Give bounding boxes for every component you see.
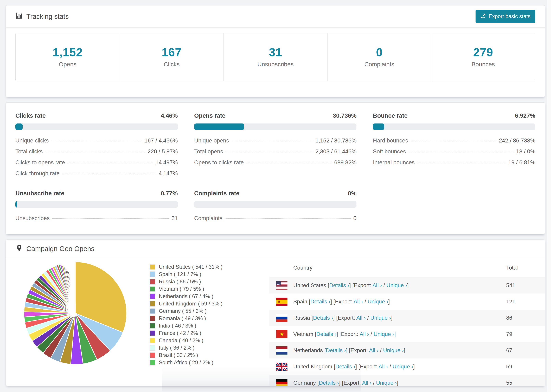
details-link[interactable]: Details › [326,347,346,353]
details-link[interactable]: Details › [313,315,333,321]
legend-label: Vietnam ( 79 / 5% ) [159,286,204,292]
export-all-link[interactable]: All › [362,380,372,386]
stat-row-value: 14.497% [155,159,178,166]
bracket: ] [Export: [349,282,372,288]
opens-rate-progressbar [194,124,357,130]
dotted-leader [408,152,514,152]
tracking-stats-card: Tracking stats Export basic stats 1,152 … [6,5,545,97]
geo-table-header: Country Total [269,258,545,277]
column-header-country: Country [293,265,506,271]
details-link[interactable]: Details › [329,282,349,288]
stat-row: Opens to clicks rate689.82% [194,157,357,168]
export-unique-link[interactable]: Unique › [367,298,388,305]
geo-total-cell: 121 [506,298,545,305]
scrollbar-track[interactable] [547,0,551,392]
legend-item: United Kingdom ( 59 / 3% ) [149,300,269,307]
geo-table-row: Spain [Details ›] [Export: All › / Uniqu… [269,294,545,310]
rates-card: Clicks rate 4.46% Unique clicks167 / 4.4… [6,102,545,234]
geo-table-row: Vietnam [Details ›] [Export: All › / Uni… [269,326,545,342]
legend-item: Romania ( 49 / 3% ) [149,315,269,322]
geo-total-cell: 67 [506,347,545,354]
stat-complaints: 0 Complaints [327,33,431,81]
bounce-rate-block: Bounce rate 6.927% Hard bounces242 / 86.… [373,112,535,179]
geo-pie-chart [6,258,149,386]
export-all-link[interactable]: All › [356,315,366,321]
dashboard-page: Tracking stats Export basic stats 1,152 … [0,0,551,386]
export-all-link[interactable]: All › [360,331,369,337]
ru-flag-icon [276,314,288,322]
rates-grid: Clicks rate 4.46% Unique clicks167 / 4.4… [6,103,545,234]
us-flag-icon [276,281,288,290]
stat-row: Unique opens1,152 / 30.736% [194,135,357,146]
legend-swatch [149,308,155,314]
legend-item: Vietnam ( 79 / 5% ) [149,285,269,293]
legend-item: Russia ( 86 / 5% ) [149,278,269,285]
bracket: [ [312,315,313,321]
dotted-leader [225,152,313,152]
legend-item: France ( 42 / 2% ) [149,329,269,337]
bracket: [ [309,298,311,305]
stat-row-label: Unique clicks [15,137,49,144]
stat-row-label: Unsubscribes [15,215,50,222]
complaints-rate-block: Complaints rate 0% Complaints0 [194,190,357,224]
bracket: ] [413,364,415,370]
stat-row-label: Total clicks [15,148,43,155]
export-unique-link[interactable]: Unique › [383,347,404,353]
export-unique-link[interactable]: Unique › [393,364,413,370]
nl-flag-icon [276,346,288,355]
export-all-link[interactable]: All › [372,282,382,288]
es-flag-icon [276,298,288,306]
stat-row-value: 19 / 6.81% [508,159,535,166]
stat-row-label: Clicks to opens rate [15,159,65,166]
export-unique-link[interactable]: Unique › [374,331,394,337]
export-all-link[interactable]: All › [369,347,379,353]
legend-swatch [149,323,155,329]
opens-rate-block: Opens rate 30.736% Unique opens1,152 / 3… [194,112,357,179]
clicks-rate-block: Clicks rate 4.46% Unique clicks167 / 4.4… [15,112,178,179]
bracket: / [363,298,367,305]
legend-swatch [149,352,155,358]
export-all-link[interactable]: All › [379,364,388,370]
bracket: ] [Export: [330,298,353,305]
legend-label: Italy ( 36 / 2% ) [159,345,194,351]
legend-swatch [149,301,155,307]
details-link[interactable]: Details › [316,331,336,337]
details-link[interactable]: Details › [319,380,339,386]
details-link[interactable]: Details › [335,364,355,370]
stat-unsubscribes: 31 Unsubscribes [224,33,327,81]
legend-label: France ( 42 / 2% ) [159,330,201,336]
stat-opens: 1,152 Opens [16,33,120,81]
dotted-leader [45,152,145,152]
legend-label: United Kingdom ( 59 / 3% ) [159,301,222,307]
bracket: ] [Export: [339,380,362,386]
export-unique-link[interactable]: Unique › [370,315,391,321]
bracket: ] [Export: [346,347,369,353]
tracking-stats-header: Tracking stats Export basic stats [6,6,545,28]
export-basic-stats-button[interactable]: Export basic stats [475,10,535,23]
stat-row-value: 242 / 86.738% [499,137,535,144]
stat-row-value: 167 / 4.456% [144,137,178,144]
geo-table-row: United States [Details ›] [Export: All ›… [269,277,545,294]
bracket: ] [391,315,393,321]
country-name: Russia [293,315,312,321]
dotted-leader [225,218,351,219]
geo-country-cell: Vietnam [Details ›] [Export: All › / Uni… [293,331,506,337]
details-link[interactable]: Details › [311,298,330,305]
bracket: ] [397,380,398,386]
stat-bounces: 279 Bounces [431,33,535,81]
stat-row-value: 220 / 5.87% [148,148,178,155]
dotted-leader [246,163,332,163]
bar-chart-icon [15,12,23,21]
country-name: Germany [293,380,317,386]
export-unique-link[interactable]: Unique › [376,380,397,386]
geo-total-cell: 55 [506,380,545,386]
legend-label: Spain ( 121 / 7% ) [159,271,201,277]
export-unique-link[interactable]: Unique › [386,282,407,288]
geo-total-cell: 59 [506,364,545,370]
bracket: [ [324,347,326,353]
export-all-link[interactable]: All › [353,298,363,305]
export-icon [480,13,486,20]
bracket: / [369,331,374,337]
stat-row: Total clicks220 / 5.87% [15,146,178,157]
legend-label: Brazil ( 33 / 2% ) [159,352,198,358]
